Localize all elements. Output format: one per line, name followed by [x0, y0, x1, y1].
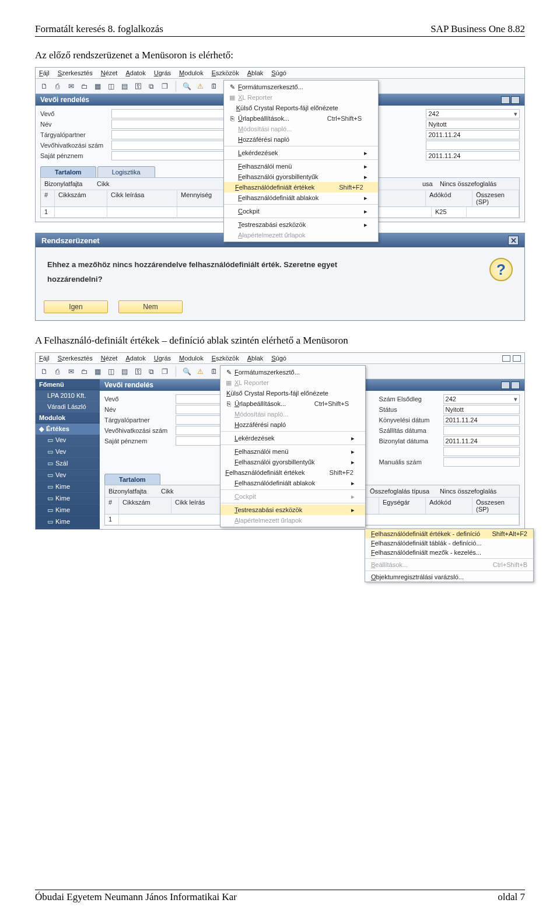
maximize-icon[interactable]	[511, 382, 520, 389]
menu-eszközök[interactable]: Eszközök	[212, 355, 239, 362]
page-icon[interactable]: 🗋	[39, 366, 49, 376]
excel-icon[interactable]: ▦	[93, 366, 103, 376]
field-input[interactable]: 242	[426, 109, 520, 118]
word-icon[interactable]: ▤	[120, 81, 130, 91]
doc2-icon[interactable]: ❐	[160, 81, 170, 91]
field-input[interactable]: 2011.11.24	[443, 415, 520, 425]
menu-item[interactable]: Külső Crystal Reports-fájl előnézete	[220, 388, 365, 398]
tab-logisztika[interactable]: Logisztika	[97, 166, 155, 177]
calendar-icon[interactable]: 🗓	[209, 366, 219, 376]
sidebar-item[interactable]: ▭Szál	[36, 458, 100, 470]
menu-item[interactable]: Felhasználói gyorsbillentyűk▸	[220, 457, 365, 467]
folder-icon[interactable]: 🗀	[79, 366, 89, 376]
menu-item[interactable]: ✎Formátumszerkesztő...	[220, 367, 365, 377]
menu-item[interactable]: Hozzáférési napló	[220, 419, 365, 430]
lock-icon[interactable]: ⚿	[133, 81, 143, 91]
field-input[interactable]: 2011.11.24	[426, 151, 520, 160]
field-input[interactable]	[443, 457, 520, 467]
field-input[interactable]: 2011.11.24	[443, 436, 520, 446]
tools-menu[interactable]: ✎Formátumszerkesztő...▦XL ReporterKülső …	[223, 80, 379, 242]
menu-item[interactable]: ✎Formátumszerkesztő...	[224, 82, 378, 92]
field-input[interactable]: Nyitott	[426, 120, 520, 129]
no-button[interactable]: Nem	[118, 300, 183, 313]
submenu-item[interactable]: Felhasználódefiniált mezők - kezelés...	[365, 548, 533, 557]
search-icon[interactable]: 🔍	[182, 81, 192, 91]
main-menu-sidebar[interactable]: Főmenü LPA 2010 Kft. Váradi László Modul…	[36, 379, 100, 529]
menu-eszközök[interactable]: Eszközök	[212, 69, 239, 76]
menu-modulok[interactable]: Modulok	[179, 355, 204, 362]
menu-item[interactable]: Felhasználódefiniált ablakok▸	[224, 192, 378, 203]
bizonylatfajta-value-2[interactable]: Cikk	[161, 488, 219, 495]
pdf-icon[interactable]: ◫	[106, 81, 116, 91]
sidebar-item[interactable]: ▭Vev	[36, 470, 100, 481]
field-input[interactable]: Nyitott	[443, 405, 520, 414]
menu-item[interactable]: Cockpit▸	[224, 206, 378, 216]
folder-icon[interactable]: 🗀	[79, 81, 89, 91]
field-input[interactable]	[426, 141, 520, 150]
word-icon[interactable]: ▤	[120, 366, 130, 376]
maximize-icon[interactable]	[511, 96, 520, 104]
menu-item[interactable]: Felhasználói menü▸	[224, 161, 378, 172]
doc-icon[interactable]: ⧉	[146, 81, 156, 91]
menu-modulok[interactable]: Modulok	[179, 69, 204, 76]
menu-fájl[interactable]: Fájl	[39, 69, 50, 76]
tools-menu-2[interactable]: ✎Formátumszerkesztő...▦XL ReporterKülső …	[220, 365, 366, 527]
menu-súgó[interactable]: Súgó	[271, 355, 286, 362]
alert-icon[interactable]: ⚠	[195, 366, 205, 376]
sidebar-item[interactable]: ▭Kime	[36, 481, 100, 493]
print-icon[interactable]: ⎙	[52, 81, 62, 91]
menu-item[interactable]: Hozzáférési napló	[224, 134, 378, 145]
doc-icon[interactable]: ⧉	[146, 366, 156, 376]
customize-submenu[interactable]: Felhasználódefiniált értékek - definíció…	[365, 528, 534, 582]
summary-value-2[interactable]: Nincs összefoglalás	[440, 488, 516, 495]
tab-tartalom[interactable]: Tartalom	[40, 166, 96, 177]
menu-item[interactable]: Külső Crystal Reports-fájl előnézete	[224, 103, 378, 113]
menu-nézet[interactable]: Nézet	[101, 69, 118, 76]
menu-ugrás[interactable]: Ugrás	[154, 355, 171, 362]
menu-item[interactable]: Testreszabási eszközök▸	[224, 219, 378, 230]
mail-icon[interactable]: ✉	[66, 366, 76, 376]
menu-item[interactable]: Felhasználódefiniált értékekShift+F2	[224, 182, 378, 192]
menu-item[interactable]: Felhasználódefiniált ablakok▸	[220, 478, 365, 488]
min-icon[interactable]	[502, 355, 510, 362]
sidebar-item[interactable]: ▭Kime	[36, 505, 100, 516]
restore-icon[interactable]	[513, 355, 521, 362]
menu-adatok[interactable]: Adatok	[125, 355, 145, 362]
menu-item[interactable]: Felhasználódefiniált értékekShift+F2	[220, 467, 365, 478]
menu-súgó[interactable]: Súgó	[271, 69, 286, 76]
print-icon[interactable]: ⎙	[52, 366, 62, 376]
mail-icon[interactable]: ✉	[66, 81, 76, 91]
alert-icon[interactable]: ⚠	[195, 81, 205, 91]
menu-item[interactable]: ⎘Űrlapbeállítások...Ctrl+Shift+S	[220, 398, 365, 409]
excel-icon[interactable]: ▦	[93, 81, 103, 91]
page-icon[interactable]: 🗋	[39, 81, 49, 91]
lock-icon[interactable]: ⚿	[133, 366, 143, 376]
menu-item[interactable]: Lekérdezések▸	[224, 148, 378, 158]
sidebar-item[interactable]: ▭Vev	[36, 435, 100, 446]
menu-ablak[interactable]: Ablak	[247, 355, 264, 362]
menu-szerkesztés[interactable]: Szerkesztés	[58, 355, 93, 362]
minimize-icon[interactable]	[501, 96, 510, 104]
sidebar-item[interactable]: ▭Vev	[36, 446, 100, 458]
menu-ugrás[interactable]: Ugrás	[154, 69, 171, 76]
doc2-icon[interactable]: ❐	[160, 366, 170, 376]
sidebar-item[interactable]: ▭Kime	[36, 516, 100, 528]
minimize-icon[interactable]	[501, 382, 510, 389]
field-input[interactable]	[443, 447, 520, 456]
yes-button[interactable]: Igen	[44, 300, 108, 313]
submenu-item[interactable]: Objektumregisztrálási varázsló...	[365, 572, 533, 582]
menu-item[interactable]: Testreszabási eszközök▸	[220, 505, 365, 515]
menu-item[interactable]: Felhasználói gyorsbillentyűk▸	[224, 172, 378, 182]
menu-szerkesztés[interactable]: Szerkesztés	[58, 69, 93, 76]
sidebar-category[interactable]: ◆Értékes	[36, 424, 100, 435]
menu-adatok[interactable]: Adatok	[125, 69, 145, 76]
sidebar-item[interactable]: ▭Kime	[36, 493, 100, 505]
field-input[interactable]: 2011.11.24	[426, 130, 520, 139]
menu-ablak[interactable]: Ablak	[247, 69, 264, 76]
submenu-item[interactable]: Felhasználódefiniált értékek - definíció…	[365, 529, 533, 538]
pdf-icon[interactable]: ◫	[106, 366, 116, 376]
menu-item[interactable]: Felhasználói menü▸	[220, 446, 365, 457]
calendar-icon[interactable]: 🗓	[209, 81, 219, 91]
menu-fájl[interactable]: Fájl	[39, 355, 50, 362]
menu-item[interactable]: ⎘Űrlapbeállítások...Ctrl+Shift+S	[224, 113, 378, 124]
